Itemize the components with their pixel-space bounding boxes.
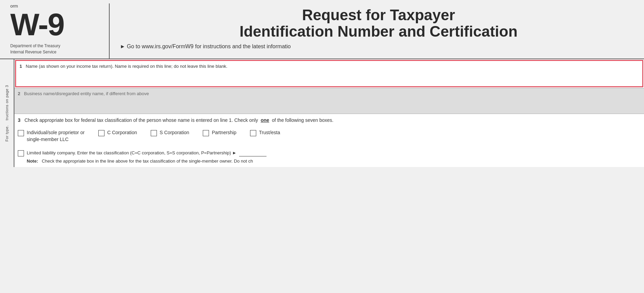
form-body: For type. tructions on page 3 1 Name (as… — [0, 59, 644, 167]
form-header: orm W-9 Department of the Treasury Inter… — [0, 0, 644, 59]
form-page: orm W-9 Department of the Treasury Inter… — [0, 0, 644, 293]
header-left: orm W-9 Department of the Treasury Inter… — [0, 3, 110, 59]
field-1-label: 1 Name (as shown on your income tax retu… — [20, 64, 227, 69]
llc-line — [239, 156, 267, 156]
llc-label: Limited liability company. Enter the tax… — [27, 150, 267, 156]
checkbox-c-corp-box[interactable] — [98, 130, 104, 136]
checkbox-s-corp-label: S Corporation — [160, 129, 189, 136]
checkbox-c-corp: C Corporation — [98, 129, 137, 136]
checkbox-partnership-label: Partnership — [212, 129, 236, 136]
checkbox-individual: Individual/sole proprietor or single-mem… — [18, 129, 85, 143]
llc-row: Limited liability company. Enter the tax… — [18, 150, 641, 156]
checkbox-trust-box[interactable] — [250, 130, 256, 136]
side-label-text: For type. tructions on page 3 — [5, 85, 9, 141]
tax-classification-checkboxes: Individual/sole proprietor or single-mem… — [18, 129, 641, 143]
checkbox-c-corp-label: C Corporation — [107, 129, 137, 136]
title-line2: Identification Number and Certification — [120, 23, 637, 40]
field-1-input[interactable] — [20, 71, 639, 76]
checkbox-trust: Trust/esta — [250, 129, 280, 136]
dept-info: Department of the Treasury Internal Reve… — [10, 43, 60, 55]
field-3-title: 3 Check appropriate box for federal tax … — [18, 117, 641, 124]
field-2-input[interactable] — [18, 98, 641, 103]
form-instruction: ► Go to www.irs.gov/FormW9 for instructi… — [120, 43, 637, 50]
checkbox-individual-label: Individual/sole proprietor or single-mem… — [27, 129, 85, 143]
field-3-container: 3 Check appropriate box for federal tax … — [14, 114, 644, 167]
title-line1: Request for Taxpayer — [120, 7, 637, 23]
note-row: Note: Check the appropriate box in the l… — [18, 158, 641, 164]
form-title: Request for Taxpayer Identification Numb… — [120, 7, 637, 40]
checkbox-s-corp: S Corporation — [151, 129, 189, 136]
dept-line2: Internal Revenue Service — [10, 49, 60, 55]
field-1-container: 1 Name (as shown on your income tax retu… — [15, 60, 643, 87]
field-2-label: 2 Business name/disregarded entity name,… — [18, 91, 149, 96]
checkbox-partnership-box[interactable] — [203, 130, 209, 136]
field-2-container: 2 Business name/disregarded entity name,… — [14, 88, 644, 114]
form-number: W-9 — [10, 9, 64, 40]
checkbox-partnership: Partnership — [203, 129, 236, 136]
checkbox-llc-box[interactable] — [18, 150, 24, 156]
checkbox-s-corp-box[interactable] — [151, 130, 157, 136]
form-fields: 1 Name (as shown on your income tax retu… — [14, 59, 644, 167]
checkbox-individual-box[interactable] — [18, 130, 24, 136]
checkbox-trust-label: Trust/esta — [259, 129, 280, 136]
header-right: Request for Taxpayer Identification Numb… — [110, 3, 644, 59]
dept-line1: Department of the Treasury — [10, 43, 60, 49]
side-label: For type. tructions on page 3 — [0, 59, 14, 167]
